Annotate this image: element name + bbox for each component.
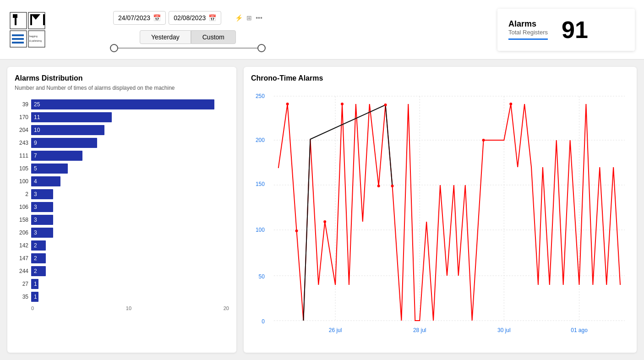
bar-value-label: 1 [34,294,37,300]
yesterday-button[interactable]: Yesterday [140,30,191,44]
bar-fill: 4 [31,176,60,186]
bar-fill: 25 [31,99,214,109]
bar-container: 9 [31,138,229,148]
bar-value-label: 5 [34,165,37,172]
bar-fill: 9 [31,138,97,148]
line-series-dark [303,105,392,321]
bar-container: 3 [31,228,229,238]
bar-label: 2 [15,191,28,197]
svg-rect-5 [43,14,45,25]
svg-rect-9 [12,38,24,40]
bar-row: 2442 [15,266,229,276]
svg-rect-8 [12,34,24,36]
bar-row: 271 [15,279,229,289]
data-point [384,104,387,106]
bar-row: 20410 [15,125,229,135]
bar-container: 4 [31,176,229,186]
chrono-chart-panel: Chrono-Time Alarms .grid-line { stroke: … [244,67,637,353]
bar-value-label: 11 [34,114,40,120]
date-end-input[interactable]: 02/08/2023 📅 [169,11,221,25]
more-icon[interactable]: ••• [256,14,262,22]
calendar-end-icon: 📅 [208,14,216,22]
bar-fill: 1 [31,279,38,289]
data-point [509,103,512,105]
bar-value-label: 2 [34,268,37,274]
bar-label: 243 [15,140,28,146]
alarms-count: 91 [562,16,588,44]
svg-text:01 ago: 01 ago [571,327,588,333]
svg-text:50: 50 [259,273,265,280]
svg-text:0: 0 [262,318,265,325]
x-label-10: 10 [126,305,131,311]
bar-container: 3 [31,215,229,225]
period-buttons: Yesterday Custom [140,30,236,44]
custom-button[interactable]: Custom [191,30,236,44]
bar-fill: 3 [31,215,53,225]
bar-row: 2063 [15,228,229,238]
data-point [295,229,298,232]
bar-value-label: 2 [34,255,37,262]
alarms-card: Alarms Total Registers 91 [497,9,635,51]
bar-label: 106 [15,204,28,210]
filter-icon[interactable]: ⚡ [235,14,243,22]
date-range-slider[interactable] [110,48,266,49]
bar-row: 3925 [15,99,229,109]
alarms-underline [508,38,548,40]
bar-row: 1063 [15,202,229,212]
bar-container: 3 [31,202,229,212]
date-start-value: 24/07/2023 [118,14,150,22]
bar-label: 204 [15,127,28,133]
alarms-title: Alarms [508,19,548,29]
date-end-value: 02/08/2023 [174,14,206,22]
calendar-start-icon: 📅 [153,14,161,22]
bar-label: 39 [15,101,28,108]
svg-text:& palletizing: & palletizing [29,39,42,42]
alarms-distribution-panel: Alarms Distribution Number and Number of… [7,67,236,353]
bar-row: 1422 [15,240,229,251]
bar-value-label: 2 [34,242,37,249]
bar-fill: 3 [31,228,53,238]
bar-row: 1117 [15,151,229,161]
logo: bagging & palletizing [9,11,46,48]
bar-container: 1 [31,292,229,302]
bar-label: 206 [15,229,28,236]
bar-label: 105 [15,165,28,172]
alarms-subtitle: Total Registers [508,29,548,36]
bar-fill: 2 [31,266,46,276]
bar-container: 5 [31,164,229,174]
bar-label: 170 [15,114,28,120]
bar-fill: 3 [31,202,53,212]
bar-container: 2 [31,240,229,251]
alarms-info: Alarms Total Registers [508,19,548,40]
main-content: Alarms Distribution Number and Number of… [0,60,644,360]
x-label-0: 0 [31,305,34,311]
bar-value-label: 1 [34,281,37,287]
bar-label: 244 [15,268,28,274]
bar-label: 35 [15,294,28,300]
header: bagging & palletizing 24/07/2023 📅 02/08… [0,0,644,60]
bar-fill: 1 [31,292,38,302]
bar-value-label: 3 [34,229,37,236]
svg-text:150: 150 [256,181,265,187]
bar-container: 1 [31,279,229,289]
svg-rect-4 [30,14,32,25]
bar-fill: 5 [31,164,68,174]
export-icon[interactable]: ⊞ [246,14,252,22]
bar-label: 27 [15,281,28,287]
bar-label: 147 [15,255,28,262]
line-series-red [278,104,620,321]
line-chart-svg: .grid-line { stroke: #e0e0e0; stroke-wid… [251,87,629,344]
data-point [377,185,380,187]
bar-row: 351 [15,292,229,302]
data-point [286,103,289,105]
bar-label: 158 [15,217,28,223]
line-chart-wrapper: .grid-line { stroke: #e0e0e0; stroke-wid… [251,87,629,344]
panel-title: Alarms Distribution [15,74,229,82]
bar-row: 23 [15,189,229,199]
svg-text:200: 200 [256,137,265,143]
date-start-input[interactable]: 24/07/2023 📅 [113,11,166,25]
svg-text:26 jul: 26 jul [329,327,342,333]
bar-fill: 3 [31,189,53,199]
bar-container: 11 [31,112,229,122]
bar-row: 17011 [15,112,229,122]
